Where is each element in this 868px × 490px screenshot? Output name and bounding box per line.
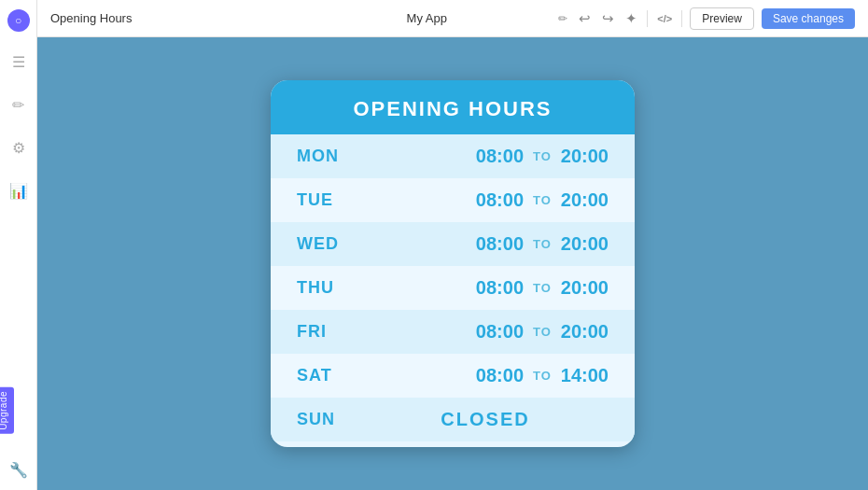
to-label-thu: TO [533, 281, 552, 295]
to-label-sat: TO [533, 369, 552, 383]
day-label-thu: THU [297, 278, 362, 298]
close-time-fri: 20:00 [561, 321, 609, 343]
close-time-tue: 20:00 [561, 189, 609, 211]
sidebar-logo: ○ [7, 9, 30, 32]
sidebar-icon-menu[interactable]: ☰ [6, 49, 32, 75]
time-section-fri: 08:00 TO 20:00 [362, 321, 609, 343]
widget-title: OPENING HOURS [353, 97, 552, 120]
close-time-wed: 20:00 [561, 233, 609, 255]
table-row: THU 08:00 TO 20:00 [271, 266, 635, 310]
code-button[interactable]: </> [655, 11, 674, 26]
topbar-divider-2 [681, 10, 682, 27]
day-label-sat: SAT [297, 366, 362, 385]
open-time-tue: 08:00 [476, 189, 524, 211]
time-section-mon: 08:00 TO 20:00 [362, 146, 609, 167]
sidebar-icon-settings[interactable]: ⚙ [6, 134, 32, 161]
open-time-thu: 08:00 [476, 277, 524, 299]
app-name: My App [304, 11, 549, 25]
canvas-area: OPENING HOURS MON 08:00 TO 20:00 TUE 08: [37, 37, 868, 490]
time-section-sat: 08:00 TO 14:00 [362, 365, 609, 386]
preview-button[interactable]: Preview [690, 7, 754, 30]
to-label-fri: TO [533, 325, 552, 339]
comment-button[interactable]: ✦ [623, 8, 639, 29]
widget-header: OPENING HOURS [271, 80, 635, 134]
closed-label-sun: CLOSED [362, 409, 609, 430]
close-time-sat: 14:00 [561, 365, 609, 386]
sidebar-bottom-icon: 🔧 [9, 461, 28, 479]
day-label-fri: FRI [297, 322, 362, 342]
upgrade-tab[interactable]: Upgrade [0, 387, 14, 434]
open-time-wed: 08:00 [476, 233, 524, 255]
app-name-edit-icon[interactable]: ✏ [558, 12, 567, 25]
to-label-wed: TO [533, 237, 552, 251]
to-label-tue: TO [533, 193, 552, 207]
topbar: Opening Hours My App ✏ ↩ ↪ ✦ </> Preview… [37, 0, 868, 37]
table-row: TUE 08:00 TO 20:00 [271, 178, 635, 222]
day-label-wed: WED [297, 234, 362, 254]
sidebar-icon-edit[interactable]: ✏ [6, 91, 32, 118]
topbar-divider [647, 10, 648, 27]
page-title: Opening Hours [50, 11, 295, 25]
table-row: FRI 08:00 TO 20:00 [271, 310, 635, 354]
undo-button[interactable]: ↩ [577, 8, 593, 29]
day-label-sun: SUN [297, 410, 362, 429]
opening-hours-widget: OPENING HOURS MON 08:00 TO 20:00 TUE 08: [271, 80, 635, 447]
save-button[interactable]: Save changes [762, 8, 855, 29]
day-label-mon: MON [297, 147, 362, 166]
time-section-tue: 08:00 TO 20:00 [362, 189, 609, 211]
table-row: WED 08:00 TO 20:00 [271, 222, 635, 266]
open-time-sat: 08:00 [476, 365, 524, 386]
close-time-thu: 20:00 [561, 277, 609, 299]
open-time-fri: 08:00 [476, 321, 524, 343]
time-section-wed: 08:00 TO 20:00 [362, 233, 609, 255]
topbar-actions: ↩ ↪ ✦ </> Preview Save changes [577, 7, 855, 30]
redo-button[interactable]: ↪ [600, 8, 616, 29]
main-area: Opening Hours My App ✏ ↩ ↪ ✦ </> Preview… [37, 0, 868, 490]
open-time-mon: 08:00 [476, 146, 524, 167]
sidebar: ○ ☰ ✏ ⚙ 📊 Upgrade 🔧 [0, 0, 37, 490]
to-label-mon: TO [533, 149, 552, 163]
close-time-mon: 20:00 [561, 146, 609, 167]
time-section-thu: 08:00 TO 20:00 [362, 277, 609, 299]
day-label-tue: TUE [297, 190, 362, 210]
sidebar-icon-analytics[interactable]: 📊 [6, 177, 32, 203]
widget-rows: MON 08:00 TO 20:00 TUE 08:00 TO 20:00 [271, 134, 635, 447]
table-row: SUN CLOSED [271, 398, 635, 441]
table-row: MON 08:00 TO 20:00 [271, 134, 635, 178]
table-row: SAT 08:00 TO 14:00 [271, 354, 635, 398]
